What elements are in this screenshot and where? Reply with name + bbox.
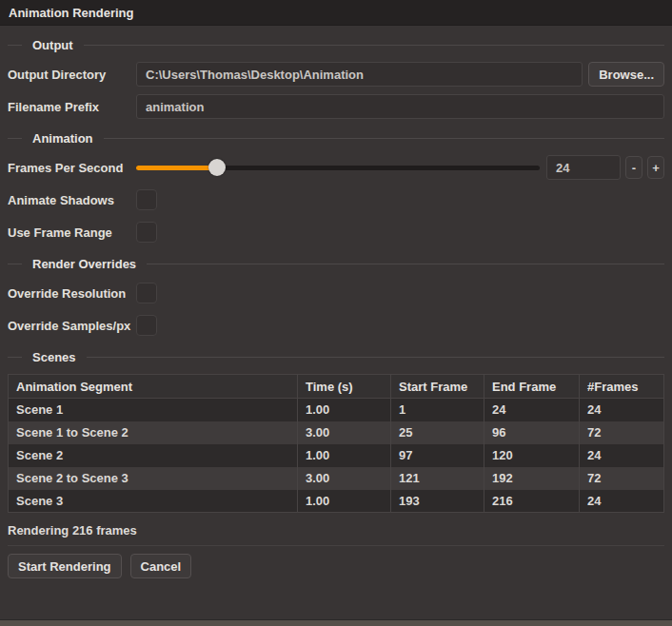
table-cell: 120 xyxy=(484,444,580,467)
cancel-button[interactable]: Cancel xyxy=(130,554,192,578)
filename-prefix-input[interactable]: animation xyxy=(136,94,664,119)
fps-label: Frames Per Second xyxy=(8,161,136,175)
section-divider xyxy=(8,264,22,264)
table-cell: 25 xyxy=(391,421,484,444)
table-cell: 193 xyxy=(391,490,484,513)
animate-shadows-row: Animate Shadows xyxy=(8,187,664,212)
output-directory-input[interactable]: C:\Users\Thomas\Desktop\Animation xyxy=(136,62,583,87)
bottom-edge-strip xyxy=(0,619,672,626)
table-cell: 3.00 xyxy=(298,421,391,444)
column-header-num-frames: #Frames xyxy=(580,375,664,399)
table-cell: Scene 2 xyxy=(9,444,298,467)
section-divider xyxy=(104,138,664,139)
animation-rendering-dialog: { "title_bar": { "title": "Animation Ren… xyxy=(0,0,672,626)
section-divider xyxy=(87,357,664,358)
footer-divider xyxy=(8,545,664,546)
table-row[interactable]: Scene 1 to Scene 23.00259672 xyxy=(9,421,664,444)
table-cell: 1 xyxy=(391,399,484,421)
title-bar: Animation Rendering xyxy=(0,0,672,26)
animate-shadows-label: Animate Shadows xyxy=(8,193,136,207)
table-row[interactable]: Scene 21.009712024 xyxy=(9,444,664,467)
table-cell: 24 xyxy=(580,490,664,513)
table-row[interactable]: Scene 11.0012424 xyxy=(9,399,664,421)
section-label-scenes: Scenes xyxy=(32,350,76,364)
section-label-animation: Animation xyxy=(32,131,93,146)
use-frame-range-row: Use Frame Range xyxy=(8,220,664,245)
table-row[interactable]: Scene 2 to Scene 33.0012119272 xyxy=(9,467,664,490)
fps-decrement-button[interactable]: - xyxy=(625,156,642,179)
window-title: Animation Rendering xyxy=(9,6,133,20)
table-cell: 72 xyxy=(580,467,664,490)
fps-slider[interactable] xyxy=(136,155,540,180)
section-divider xyxy=(8,45,22,46)
status-text: Rendering 216 frames xyxy=(8,520,664,539)
override-samples-row: Override Samples/px xyxy=(8,313,664,338)
table-cell: Scene 1 to Scene 2 xyxy=(9,421,298,444)
browse-button[interactable]: Browse... xyxy=(588,62,664,87)
section-header-animation: Animation xyxy=(8,129,664,147)
table-cell: 24 xyxy=(580,444,664,467)
fps-row: Frames Per Second 24 - + xyxy=(8,155,664,180)
filename-prefix-row: Filename Prefix animation xyxy=(8,94,664,119)
table-cell: 72 xyxy=(580,421,664,444)
section-divider xyxy=(8,138,22,139)
start-rendering-button[interactable]: Start Rendering xyxy=(8,554,122,578)
table-cell: Scene 2 to Scene 3 xyxy=(9,467,298,490)
fps-slider-fill xyxy=(136,166,217,170)
scenes-table: Animation Segment Time (s) Start Frame E… xyxy=(8,374,664,513)
column-header-end-frame: End Frame xyxy=(484,375,580,399)
use-frame-range-checkbox[interactable] xyxy=(136,222,157,243)
fps-value-input[interactable]: 24 xyxy=(546,155,621,180)
column-header-segment: Animation Segment xyxy=(9,375,298,399)
table-cell: 192 xyxy=(484,467,580,490)
section-divider xyxy=(84,45,664,46)
table-cell: 121 xyxy=(391,467,484,490)
table-cell: 1.00 xyxy=(298,490,391,513)
footer-buttons: Start Rendering Cancel xyxy=(8,554,664,578)
override-resolution-label: Override Resolution xyxy=(8,286,136,301)
table-cell: 96 xyxy=(484,421,580,444)
dialog-content: Output Output Directory C:\Users\Thomas\… xyxy=(0,36,672,578)
table-cell: 1.00 xyxy=(298,399,391,421)
section-header-output: Output xyxy=(8,36,664,53)
table-cell: 24 xyxy=(484,399,580,421)
override-resolution-checkbox[interactable] xyxy=(136,283,157,303)
table-cell: Scene 3 xyxy=(9,490,298,513)
fps-slider-knob[interactable] xyxy=(208,159,226,176)
table-cell: 97 xyxy=(391,444,484,467)
column-header-time: Time (s) xyxy=(298,375,391,399)
section-header-scenes: Scenes xyxy=(8,348,664,365)
use-frame-range-label: Use Frame Range xyxy=(8,225,136,240)
table-cell: 216 xyxy=(484,490,580,513)
section-divider xyxy=(8,357,22,358)
table-cell: Scene 1 xyxy=(9,399,298,421)
output-directory-label: Output Directory xyxy=(8,68,136,82)
section-divider xyxy=(147,264,664,264)
section-label-output: Output xyxy=(32,38,73,52)
table-cell: 24 xyxy=(580,399,664,421)
table-row[interactable]: Scene 31.0019321624 xyxy=(9,490,664,513)
override-samples-label: Override Samples/px xyxy=(8,319,136,333)
table-cell: 1.00 xyxy=(298,444,391,467)
output-directory-row: Output Directory C:\Users\Thomas\Desktop… xyxy=(8,62,664,87)
filename-prefix-label: Filename Prefix xyxy=(8,100,136,114)
animate-shadows-checkbox[interactable] xyxy=(136,189,157,210)
table-header-row: Animation Segment Time (s) Start Frame E… xyxy=(9,375,664,399)
section-label-render-overrides: Render Overrides xyxy=(32,257,136,271)
fps-slider-track[interactable] xyxy=(136,166,540,170)
column-header-start-frame: Start Frame xyxy=(391,375,484,399)
section-header-render-overrides: Render Overrides xyxy=(8,255,664,272)
fps-increment-button[interactable]: + xyxy=(647,156,664,179)
override-resolution-row: Override Resolution xyxy=(8,281,664,305)
override-samples-checkbox[interactable] xyxy=(136,315,157,336)
table-cell: 3.00 xyxy=(298,467,391,490)
